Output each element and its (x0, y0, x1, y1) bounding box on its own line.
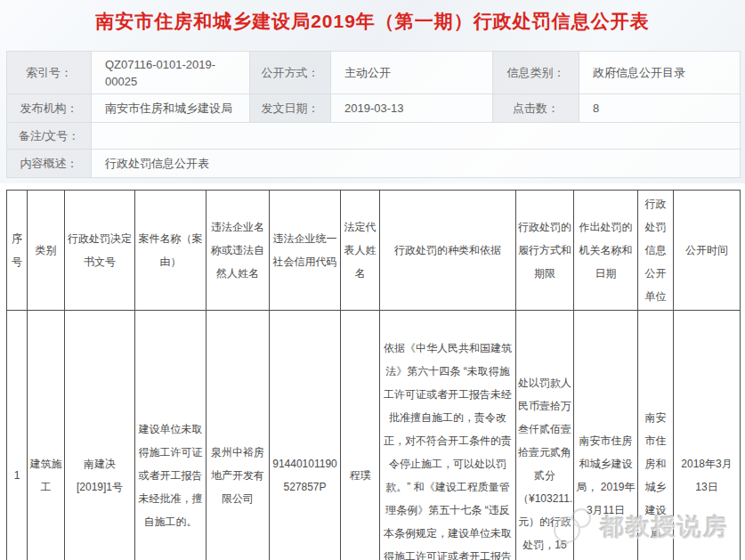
col-header-decision-doc-no: 行政处罚决定书文号 (65, 191, 135, 311)
cell-serial-no: 1 (7, 311, 28, 560)
meta-value-info-category: 政府信息公开目录 (579, 52, 741, 94)
cell-authority-date: 南安市住房和城乡建设局， 2019年3月11日 (574, 311, 638, 560)
meta-value-remark-doc-no (92, 123, 741, 150)
meta-label-click-count: 点击数： (493, 94, 579, 123)
cell-disclosure-time: 2018年3月13日 (674, 311, 741, 560)
cell-credit-code: 91440101190527857P (270, 311, 341, 560)
cell-violator-name: 泉州中裕房地产开发有限公司 (206, 311, 270, 560)
cell-disclosure-unit: 南安市住房和城乡建设局 (638, 311, 674, 560)
meta-row-3: 备注/文号： (7, 123, 741, 150)
meta-value-content-summary: 行政处罚信息公开表 (92, 150, 741, 178)
meta-label-disclosure-method: 公开方式： (250, 52, 331, 94)
col-header-violator-name: 违法企业名称或违法自然人姓名 (206, 191, 270, 311)
meta-value-index-no: QZ07116-0101-2019-00025 (92, 52, 250, 94)
meta-value-disclosure-method: 主动公开 (331, 52, 493, 94)
cell-case-name: 建设单位未取得施工许可证或者开工报告未经批准，擅自施工的。 (135, 311, 206, 560)
col-header-credit-code: 违法企业统一社会信用代码 (270, 191, 341, 311)
col-header-category: 类别 (28, 191, 65, 311)
col-header-fulfillment-deadline: 行政处罚的履行方式和期限 (516, 191, 574, 311)
col-header-disclosure-unit: 行政处罚信息公开单位 (638, 191, 674, 311)
meta-value-click-count: 8 (579, 94, 741, 123)
col-header-penalty-type-basis: 行政处罚的种类和依据 (380, 191, 516, 311)
penalty-info-table: 序号 类别 行政处罚决定书文号 案件名称（案由） 违法企业名称或违法自然人姓名 … (6, 190, 741, 560)
page-title: 南安市住房和城乡建设局2019年（第一期）行政处罚信息公开表 (0, 9, 745, 34)
col-header-authority-date: 作出处罚的机关名称和日期 (574, 191, 638, 311)
meta-label-index-no: 索引号： (7, 52, 92, 94)
col-header-serial-no: 序号 (7, 191, 28, 311)
cell-penalty-type-basis: 依据《中华人民共和国建筑法》第六十四条 “未取得施工许可证或者开工报告未经批准擅… (380, 311, 516, 560)
meta-value-issuing-agency: 南安市住房和城乡建设局 (92, 94, 250, 123)
page: 南安市住房和城乡建设局2019年（第一期）行政处罚信息公开表 索引号： QZ07… (0, 0, 745, 560)
meta-row-1: 索引号： QZ07116-0101-2019-00025 公开方式： 主动公开 … (7, 52, 741, 94)
meta-value-issue-date: 2019-03-13 (331, 94, 493, 123)
cell-fulfillment-deadline: 处以罚款人民币壹拾万叁仟贰佰壹拾壹元贰角贰分（¥103211.22元）的行政处罚… (516, 311, 574, 560)
cell-legal-rep: 程璞 (341, 311, 380, 560)
meta-label-content-summary: 内容概述： (7, 150, 92, 178)
meta-label-remark-doc-no: 备注/文号： (7, 123, 92, 150)
meta-row-4: 内容概述： 行政处罚信息公开表 (7, 150, 741, 178)
meta-row-2: 发布机构： 南安市住房和城乡建设局 发文日期： 2019-03-13 点击数： … (7, 94, 741, 123)
col-header-case-name: 案件名称（案由） (135, 191, 206, 311)
document-meta-table: 索引号： QZ07116-0101-2019-00025 公开方式： 主动公开 … (6, 51, 741, 178)
table-header-row: 序号 类别 行政处罚决定书文号 案件名称（案由） 违法企业名称或违法自然人姓名 … (7, 191, 741, 311)
col-header-disclosure-time: 公开时间 (674, 191, 741, 311)
meta-label-issuing-agency: 发布机构： (7, 94, 92, 123)
cell-category: 建筑施工 (28, 311, 65, 560)
table-data-row: 1 建筑施工 南建决[2019]1号 建设单位未取得施工许可证或者开工报告未经批… (7, 311, 741, 560)
cell-decision-doc-no: 南建决[2019]1号 (65, 311, 135, 560)
meta-label-info-category: 信息类别： (493, 52, 579, 94)
meta-label-issue-date: 发文日期： (250, 94, 331, 123)
col-header-legal-rep: 法定代表人姓名 (341, 191, 380, 311)
